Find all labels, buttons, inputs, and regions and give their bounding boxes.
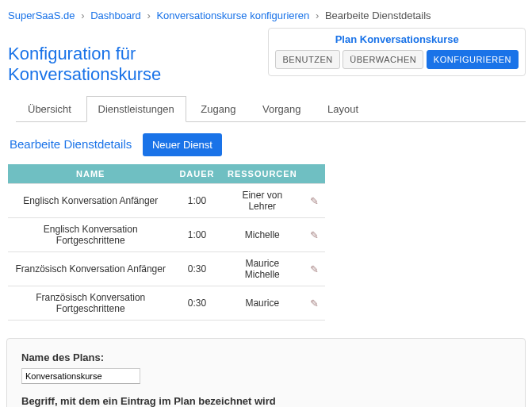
- breadcrumb-link-dashboard[interactable]: Dashboard: [90, 10, 141, 21]
- plan-box-title: Plan Konversationskurse: [275, 33, 519, 45]
- breadcrumb: SuperSaaS.de › Dashboard › Konversations…: [6, 6, 526, 29]
- plan-name-label: Name des Plans:: [21, 351, 511, 363]
- plan-box: Plan Konversationskurse BENUTZEN ÜBERWAC…: [268, 28, 526, 76]
- cell-name: Englisch Konversation Fortgeschrittene: [8, 218, 173, 252]
- col-duration: DAUER: [173, 164, 220, 184]
- tab-services[interactable]: Dienstleistungen: [86, 96, 186, 122]
- subheader: Bearbeite Dienstdetails Neuer Dienst: [10, 133, 526, 156]
- breadcrumb-link-root[interactable]: SuperSaaS.de: [8, 10, 75, 21]
- tab-layout[interactable]: Layout: [316, 96, 370, 121]
- services-table: NAME DAUER RESSOURCEN Englisch Konversat…: [8, 164, 325, 321]
- tab-process[interactable]: Vorgang: [251, 96, 312, 121]
- watch-button[interactable]: ÜBERWACHEN: [343, 50, 423, 69]
- cell-resources: Einer von Lehrer: [221, 184, 304, 218]
- configure-button[interactable]: KONFIGURIEREN: [427, 50, 519, 69]
- table-row: Französisch Konversation Anfänger0:30Mau…: [8, 252, 325, 286]
- cell-duration: 1:00: [173, 218, 220, 252]
- col-actions: [304, 164, 325, 184]
- cell-name: Französisch Konversation Anfänger: [8, 252, 173, 286]
- breadcrumb-sep: ›: [316, 10, 319, 21]
- cell-resources: Michelle: [221, 218, 304, 252]
- tab-access[interactable]: Zugang: [189, 96, 247, 121]
- tab-bar: Übersicht Dienstleistungen Zugang Vorgan…: [16, 96, 526, 122]
- term-label: Begriff, mit dem ein Eintrag im Plan bez…: [21, 395, 511, 407]
- edit-icon[interactable]: ✎: [310, 229, 319, 241]
- new-service-button[interactable]: Neuer Dienst: [143, 133, 222, 156]
- breadcrumb-sep: ›: [81, 10, 84, 21]
- breadcrumb-link-config[interactable]: Konversationskurse konfigurieren: [156, 10, 309, 21]
- plan-name-input[interactable]: [21, 368, 140, 384]
- cell-duration: 1:00: [173, 184, 220, 218]
- edit-icon[interactable]: ✎: [310, 298, 319, 309]
- breadcrumb-sep: ›: [147, 10, 150, 21]
- col-resources: RESSOURCEN: [221, 164, 304, 184]
- cell-resources: MauriceMichelle: [221, 252, 304, 286]
- table-row: Französisch Konversation Fortgeschritten…: [8, 286, 325, 321]
- cell-duration: 0:30: [173, 286, 220, 321]
- table-row: Englisch Konversation Anfänger1:00Einer …: [8, 184, 325, 218]
- edit-icon[interactable]: ✎: [310, 195, 319, 207]
- table-row: Englisch Konversation Fortgeschrittene1:…: [8, 218, 325, 252]
- cell-duration: 0:30: [173, 252, 220, 286]
- use-button[interactable]: BENUTZEN: [275, 50, 339, 69]
- cell-resources: Maurice: [221, 286, 304, 321]
- tab-overview[interactable]: Übersicht: [16, 96, 83, 121]
- subheader-title: Bearbeite Dienstdetails: [10, 137, 132, 151]
- col-name: NAME: [8, 164, 173, 184]
- edit-icon[interactable]: ✎: [310, 263, 319, 275]
- breadcrumb-current: Bearbeite Dienstdetails: [325, 10, 431, 21]
- cell-name: Englisch Konversation Anfänger: [8, 184, 173, 218]
- settings-panel: Name des Plans: Begriff, mit dem ein Ein…: [6, 338, 526, 407]
- cell-name: Französisch Konversation Fortgeschritten…: [8, 286, 173, 321]
